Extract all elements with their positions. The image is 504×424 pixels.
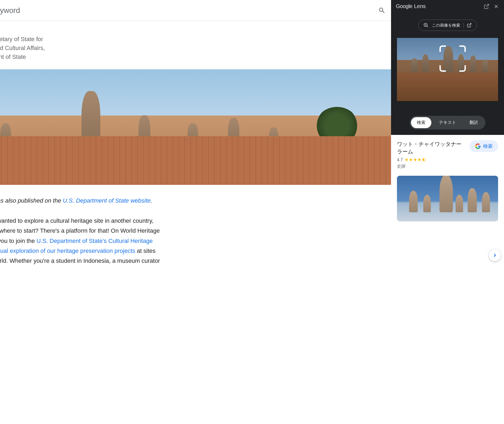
- author-byline: rfield: [0, 26, 391, 33]
- lens-mode-tabs: 検索 テキスト 翻訳: [391, 101, 504, 135]
- search-input-text[interactable]: yword: [0, 6, 378, 15]
- author-subtitle: t Secretary of State for nal and Cultura…: [0, 35, 391, 61]
- star-rating-icon: ★★★★⯪: [404, 157, 427, 163]
- google-lens-panel: Google Lens この画像を検索: [391, 0, 504, 269]
- article-panel: yword rfield t Secretary of State for na…: [0, 0, 391, 269]
- svg-line-6: [469, 23, 471, 26]
- article-body: cle was also published on the U.S. Depar…: [0, 185, 391, 269]
- crop-frame[interactable]: [439, 45, 466, 72]
- search-bar[interactable]: yword: [0, 0, 391, 21]
- tab-text[interactable]: テキスト: [433, 117, 462, 128]
- search-this-image-button[interactable]: この画像を検索: [418, 20, 477, 31]
- article-content: rfield t Secretary of State for nal and …: [0, 21, 391, 269]
- result-category: 史跡: [397, 164, 465, 169]
- svg-point-5: [425, 24, 426, 25]
- google-search-chip[interactable]: 検索: [470, 140, 498, 152]
- result-image[interactable]: [397, 176, 498, 221]
- search-icon[interactable]: [378, 7, 386, 14]
- google-g-icon: [475, 143, 481, 149]
- tab-search[interactable]: 検索: [411, 117, 431, 128]
- cultural-heritage-link[interactable]: U.S. Department of State's Cultural Heri…: [37, 238, 153, 244]
- virtual-exploration-link[interactable]: virtual exploration of our heritage pres…: [0, 247, 135, 254]
- next-button[interactable]: [489, 249, 501, 261]
- close-icon[interactable]: [493, 3, 499, 9]
- result-rating: 4.7 ★★★★⯪: [397, 157, 465, 163]
- lens-image-preview[interactable]: [391, 38, 504, 101]
- google-lens-logo: Google Lens: [396, 3, 426, 9]
- lens-results: ワット・チャイワッタナーラーム 4.7 ★★★★⯪ 史跡 検索: [391, 135, 504, 269]
- svg-line-4: [427, 26, 428, 27]
- state-website-link[interactable]: U.S. Department of State website: [63, 197, 151, 204]
- result-title[interactable]: ワット・チャイワッタナーラーム: [397, 140, 465, 155]
- image-search-icon: [423, 23, 429, 28]
- svg-line-0: [486, 4, 489, 7]
- hero-image[interactable]: [0, 69, 391, 185]
- lens-header: Google Lens: [391, 0, 504, 13]
- open-external-icon[interactable]: [467, 23, 472, 28]
- chevron-right-icon: [492, 253, 498, 258]
- open-new-tab-icon[interactable]: [484, 3, 489, 9]
- tab-translate[interactable]: 翻訳: [464, 117, 484, 128]
